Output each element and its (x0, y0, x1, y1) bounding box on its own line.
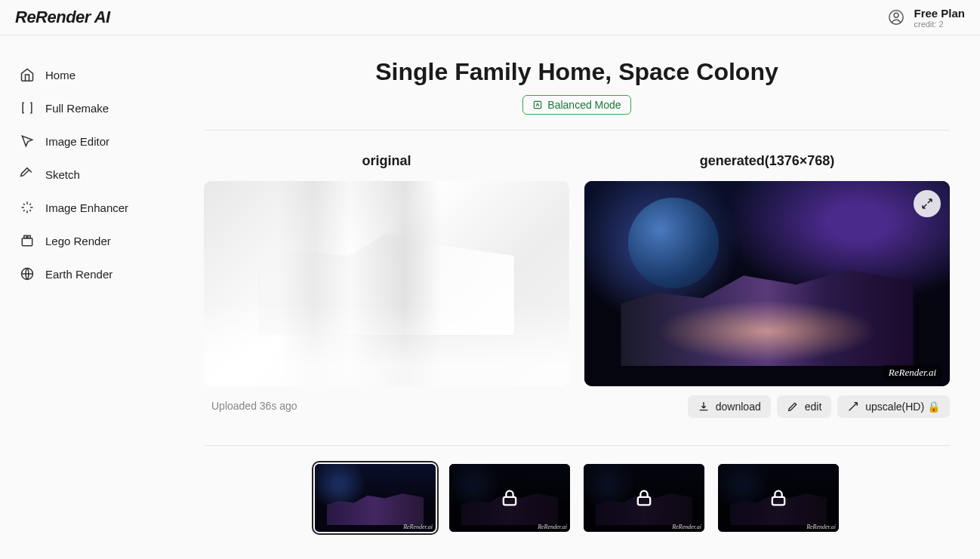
main-content: Single Family Home, Space Colony Balance… (174, 35, 980, 554)
sidebar-item-label: Sketch (45, 168, 80, 181)
sparkle-icon (20, 200, 35, 215)
action-bar: download edit upscale(HD) 🔒 (584, 395, 950, 418)
download-button[interactable]: download (688, 395, 771, 418)
edit-icon (787, 401, 799, 413)
divider (204, 130, 950, 131)
divider (204, 445, 950, 446)
generated-column: generated(1376×768) ReRender.ai download (584, 153, 950, 418)
uploaded-time: Uploaded 36s ago (204, 400, 569, 412)
mode-label: Balanced Mode (547, 99, 621, 111)
svg-rect-7 (504, 497, 516, 505)
brackets-icon (20, 100, 35, 115)
original-title: original (204, 153, 569, 169)
watermark: ReRender.ai (403, 524, 433, 530)
mode-badge: Balanced Mode (522, 95, 630, 115)
upscale-button[interactable]: upscale(HD) 🔒 (837, 395, 950, 418)
watermark: ReRender.ai (538, 524, 567, 530)
sidebar-item-label: Home (45, 69, 76, 81)
globe-icon (20, 266, 35, 281)
sidebar-item-image-enhancer[interactable]: Image Enhancer (0, 191, 174, 224)
sidebar-item-sketch[interactable]: Sketch (0, 158, 174, 191)
balance-icon (532, 100, 543, 110)
sidebar: Home Full Remake Image Editor Sketch Ima… (0, 35, 174, 554)
upscale-label: upscale(HD) 🔒 (865, 401, 940, 413)
brand-logo[interactable]: ReRender AI (15, 8, 110, 27)
blocks-icon (20, 233, 35, 248)
download-icon (698, 401, 710, 413)
generated-image[interactable]: ReRender.ai (584, 181, 950, 386)
lock-icon (718, 464, 839, 532)
thumbnail-4[interactable]: ReRender.ai (718, 464, 839, 532)
user-icon (888, 9, 904, 26)
svg-point-1 (895, 13, 899, 17)
pen-icon (20, 167, 35, 182)
upscale-icon (847, 401, 859, 413)
sidebar-item-label: Image Enhancer (45, 201, 128, 214)
cursor-icon (20, 134, 35, 149)
sidebar-item-label: Lego Render (45, 235, 111, 247)
svg-rect-9 (772, 497, 784, 505)
original-image[interactable] (204, 181, 569, 386)
thumbnail-3[interactable]: ReRender.ai (584, 464, 704, 532)
page-title: Single Family Home, Space Colony (204, 58, 950, 86)
thumbnail-2[interactable]: ReRender.ai (449, 464, 570, 532)
sidebar-item-label: Image Editor (45, 135, 109, 148)
sidebar-item-full-remake[interactable]: Full Remake (0, 91, 174, 124)
sidebar-item-label: Earth Render (45, 268, 112, 281)
download-label: download (716, 401, 761, 413)
svg-rect-2 (22, 238, 32, 246)
watermark: ReRender.ai (883, 365, 942, 380)
edit-label: edit (805, 401, 822, 413)
sidebar-item-home[interactable]: Home (0, 58, 174, 91)
sidebar-item-earth-render[interactable]: Earth Render (0, 257, 174, 290)
svg-rect-6 (535, 101, 541, 108)
thumbnail-1[interactable]: ReRender.ai (315, 464, 436, 532)
watermark: ReRender.ai (806, 524, 836, 530)
svg-rect-3 (24, 235, 26, 238)
sidebar-item-label: Full Remake (45, 102, 109, 115)
home-icon (20, 67, 35, 82)
original-column: original Uploaded 36s ago (204, 153, 569, 418)
expand-button[interactable] (914, 190, 941, 217)
sidebar-item-image-editor[interactable]: Image Editor (0, 124, 174, 158)
svg-rect-4 (28, 235, 30, 238)
generated-title: generated(1376×768) (584, 153, 950, 169)
sidebar-item-lego-render[interactable]: Lego Render (0, 224, 174, 257)
thumbnail-row: ReRender.ai ReRender.ai ReRender.ai ReRe… (204, 464, 950, 532)
lock-icon (449, 464, 570, 532)
plan-label: Free Plan (914, 7, 965, 20)
edit-button[interactable]: edit (777, 395, 832, 418)
watermark: ReRender.ai (672, 524, 701, 530)
credit-label: credit: 2 (914, 20, 943, 29)
lock-icon (584, 464, 704, 532)
svg-rect-8 (638, 497, 650, 505)
account-area[interactable]: Free Plan credit: 2 (888, 7, 965, 29)
header: ReRender AI Free Plan credit: 2 (0, 0, 980, 35)
